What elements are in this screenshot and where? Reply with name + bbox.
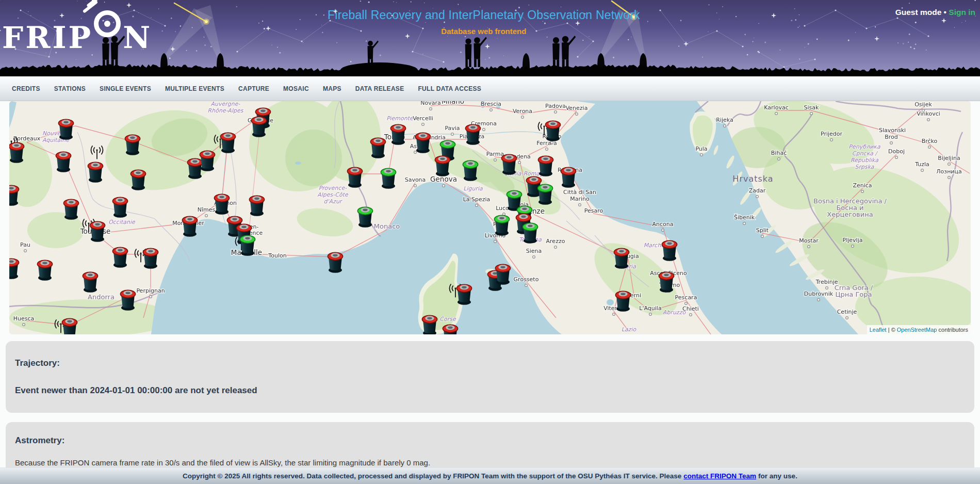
star xyxy=(961,22,962,23)
station-marker-red[interactable] xyxy=(187,158,202,179)
star xyxy=(875,26,876,27)
city-label: Zadar xyxy=(749,187,766,194)
city-dot xyxy=(743,222,746,225)
station-marker-red[interactable] xyxy=(62,318,77,334)
station-marker-green[interactable] xyxy=(357,207,372,227)
constellation-star xyxy=(865,27,867,29)
stations-map[interactable]: Nouvelle-AquitaineAuvergne-Rhône-AlpesOc… xyxy=(9,101,971,334)
station-marker-red[interactable] xyxy=(422,315,437,334)
station-marker-red[interactable] xyxy=(347,167,362,187)
city-dot xyxy=(23,324,25,326)
station-marker-red[interactable] xyxy=(538,156,553,176)
city-label: Novara xyxy=(420,101,440,106)
leaflet-link[interactable]: Leaflet xyxy=(870,327,887,333)
bright-star xyxy=(485,44,490,49)
station-marker-red[interactable] xyxy=(501,154,516,174)
station-marker-red[interactable] xyxy=(443,325,458,334)
station-marker-red[interactable] xyxy=(251,117,266,137)
station-marker-red[interactable] xyxy=(662,240,677,261)
trajectory-message: Event newer than 2024-01-01 00:00:00 are… xyxy=(15,385,257,396)
station-marker-red[interactable] xyxy=(83,272,97,292)
station-marker-red[interactable] xyxy=(465,124,480,144)
nav-item-mosaic[interactable]: MOSAIC xyxy=(283,85,309,92)
city-label: Vercelli xyxy=(413,115,433,122)
city-label: Padova xyxy=(545,103,566,109)
station-marker-green[interactable] xyxy=(494,215,509,235)
nav-item-full-data-access[interactable]: FULL DATA ACCESS xyxy=(418,85,481,92)
station-marker-red[interactable] xyxy=(249,196,264,216)
station-marker-red[interactable] xyxy=(9,185,19,205)
station-marker-red[interactable] xyxy=(435,156,450,176)
station-marker-red[interactable] xyxy=(545,121,560,141)
country-label: Andorra xyxy=(88,293,115,301)
station-marker-red[interactable] xyxy=(130,170,145,190)
city-dot xyxy=(533,256,535,259)
station-marker-red[interactable] xyxy=(659,272,674,292)
nav-item-capture[interactable]: CAPTURE xyxy=(238,85,269,92)
city-dot xyxy=(852,245,854,248)
station-marker-red[interactable] xyxy=(112,247,127,267)
station-marker-red[interactable] xyxy=(390,124,405,144)
city-dot xyxy=(430,108,432,110)
station-marker-red[interactable] xyxy=(615,291,630,311)
region-label: Liguria xyxy=(463,185,483,192)
station-marker-green[interactable] xyxy=(381,168,396,188)
station-marker-red[interactable] xyxy=(125,135,140,155)
nav-item-credits[interactable]: CREDITS xyxy=(12,85,40,92)
region-label: Српска / xyxy=(852,150,878,157)
station-marker-red[interactable] xyxy=(370,138,385,158)
star xyxy=(204,37,205,38)
region-label: Alpes-Côte xyxy=(317,191,349,198)
nav-item-multiple-events[interactable]: MULTIPLE EVENTS xyxy=(165,85,224,92)
station-marker-red[interactable] xyxy=(63,199,78,219)
star xyxy=(471,59,472,59)
star xyxy=(460,52,462,53)
city-label: Brod xyxy=(885,134,898,140)
station-marker-green[interactable] xyxy=(522,223,537,243)
star xyxy=(0,0,1,1)
star xyxy=(744,34,746,36)
station-marker-green[interactable] xyxy=(463,160,478,181)
openstreetmap-link[interactable]: OpenStreetMap xyxy=(897,327,937,333)
station-marker-red[interactable] xyxy=(58,119,73,139)
nav-item-single-events[interactable]: SINGLE EVENTS xyxy=(100,85,151,92)
station-marker-red[interactable] xyxy=(200,151,215,171)
city-label: Dubrovnik xyxy=(804,291,834,297)
station-marker-red[interactable] xyxy=(220,133,235,153)
star xyxy=(631,37,631,37)
star xyxy=(547,37,548,38)
station-marker-red[interactable] xyxy=(614,248,629,268)
station-marker-red[interactable] xyxy=(90,221,105,241)
station-marker-red[interactable] xyxy=(56,152,71,172)
constellation-lines xyxy=(758,52,815,67)
station-marker-red[interactable] xyxy=(214,194,229,214)
station-marker-red[interactable] xyxy=(112,197,127,217)
city-label: Venezia xyxy=(566,105,588,111)
station-marker-red[interactable] xyxy=(495,264,510,284)
station-marker-red[interactable] xyxy=(328,252,342,272)
station-marker-red[interactable] xyxy=(456,284,471,304)
station-marker-red[interactable] xyxy=(561,167,576,187)
nav-item-data-release[interactable]: DATA RELEASE xyxy=(355,85,404,92)
contact-fripon-link[interactable]: contact FRIPON Team xyxy=(683,472,756,480)
station-marker-green[interactable] xyxy=(240,235,255,255)
nav-item-maps[interactable]: MAPS xyxy=(323,85,341,92)
constellation-star xyxy=(742,45,743,47)
station-marker-red[interactable] xyxy=(143,248,158,268)
station-marker-red[interactable] xyxy=(415,133,430,153)
city-dot xyxy=(927,119,930,121)
station-marker-green[interactable] xyxy=(537,184,552,204)
nav-item-stations[interactable]: STATIONS xyxy=(54,85,86,92)
station-marker-red[interactable] xyxy=(88,162,103,182)
star xyxy=(903,43,904,44)
sign-in-link[interactable]: Sign in xyxy=(949,8,975,17)
person-silhouette xyxy=(474,37,487,68)
station-marker-red[interactable] xyxy=(182,216,197,236)
city-label: L'Aquila xyxy=(639,305,661,312)
station-marker-red[interactable] xyxy=(120,290,135,310)
station-marker-red[interactable] xyxy=(37,260,52,280)
station-marker-red[interactable] xyxy=(9,259,19,279)
star xyxy=(680,20,682,21)
station-marker-red[interactable] xyxy=(9,142,24,163)
footer-suffix: for any use. xyxy=(758,472,797,480)
